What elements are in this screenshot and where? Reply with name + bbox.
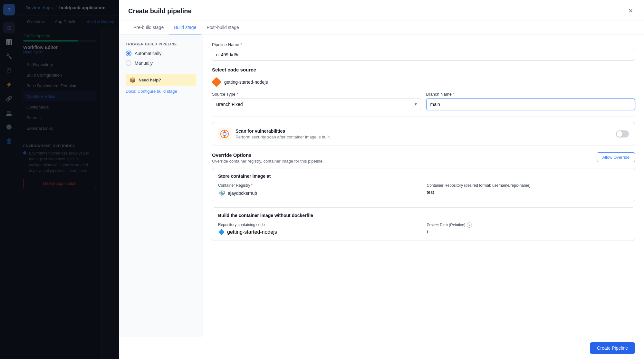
modal-body: TRIGGER BUILD PIPELINE Automatically Man…	[119, 34, 644, 337]
override-title: Override Options	[212, 152, 324, 158]
docker-icon: 🐳	[218, 190, 225, 197]
build-repo-label: Repository containing code	[218, 222, 420, 227]
build-path-col: Project Path (Relative) ℹ /	[427, 222, 629, 235]
branch-name-group: Branch Name *	[426, 92, 635, 110]
tab-build[interactable]: Build stage	[169, 21, 201, 34]
registry-name: ajaydockerhub	[228, 191, 257, 196]
radio-automatically[interactable]: Automatically	[126, 51, 196, 56]
code-source-icon	[212, 78, 221, 87]
modal-header: Create build pipeline ✕	[119, 0, 644, 21]
store-card-title: Store container image at	[218, 174, 629, 179]
scan-card: Scan for vulnerabilities Perform securit…	[212, 122, 635, 146]
pipeline-name-input[interactable]	[212, 49, 635, 61]
store-two-col: Container Registry * 🐳 ajaydockerhub Con…	[218, 183, 629, 197]
modal-footer: Create Pipeline	[119, 337, 644, 359]
registry-col: Container Registry * 🐳 ajaydockerhub	[218, 183, 420, 197]
pipeline-name-label: Pipeline Name *	[212, 42, 635, 47]
repo-value: test	[427, 190, 629, 195]
help-box: 📦 Need help?	[126, 74, 196, 86]
override-info: Override Options Override container regi…	[212, 152, 324, 164]
modal-main: Pipeline Name * Select code source getti…	[203, 34, 644, 337]
rhombus-icon	[211, 77, 221, 87]
source-type-select[interactable]: Branch Fixed Branch Regex Tag Regex	[212, 99, 421, 110]
source-type-required: *	[237, 92, 238, 97]
path-info-icon[interactable]: ℹ	[467, 222, 472, 228]
build-path-value: /	[427, 230, 629, 235]
repo-col: Container Repository (desired format: us…	[427, 183, 629, 197]
repo-col-label: Container Repository (desired format: us…	[427, 183, 629, 188]
tab-post-build[interactable]: Post-build stage	[201, 21, 244, 34]
scan-icon	[218, 128, 231, 140]
build-path-label: Project Path (Relative) ℹ	[427, 222, 629, 228]
code-source-title: Select code source	[212, 67, 635, 72]
pipeline-name-group: Pipeline Name *	[212, 42, 635, 61]
modal-tabs: Pre-build stage Build stage Post-build s…	[119, 21, 644, 34]
help-box-title: Need help?	[139, 78, 161, 82]
create-pipeline-modal: Create build pipeline ✕ Pre-build stage …	[119, 0, 644, 359]
modal-close-button[interactable]: ✕	[626, 6, 635, 15]
close-icon: ✕	[628, 7, 633, 14]
scan-info: Scan for vulnerabilities Perform securit…	[235, 128, 611, 139]
build-card-title: Build the container image without docker…	[218, 213, 629, 218]
radio-group: Automatically Manually	[126, 51, 196, 66]
code-source-group: Select code source getting-started-nodej…	[212, 67, 635, 110]
build-repo-item: 🔷 getting-started-nodejs	[218, 229, 420, 235]
registry-item: 🐳 ajaydockerhub	[218, 190, 420, 197]
build-repo-icon: 🔷	[218, 229, 225, 235]
create-pipeline-button[interactable]: Create Pipeline	[590, 342, 635, 354]
branch-name-label: Branch Name *	[426, 92, 635, 97]
radio-automatically-circle	[126, 51, 131, 56]
allow-override-button[interactable]: Allow Override	[597, 152, 635, 162]
override-header: Override Options Override container regi…	[212, 152, 635, 164]
radio-manually-circle	[126, 60, 131, 66]
override-desc: Override container registry, container i…	[212, 159, 324, 164]
source-type-select-wrapper: Branch Fixed Branch Regex Tag Regex ▼	[212, 99, 421, 110]
required-star: *	[241, 42, 242, 47]
code-source-item: getting-started-nodejs	[212, 78, 635, 87]
tab-pre-build[interactable]: Pre-build stage	[128, 21, 169, 34]
modal-title: Create build pipeline	[128, 7, 192, 15]
source-type-group: Source Type * Branch Fixed Branch Regex …	[212, 92, 421, 110]
code-source-name: getting-started-nodejs	[224, 80, 268, 85]
build-card: Build the container image without docker…	[212, 207, 635, 241]
branch-name-required: *	[453, 92, 455, 97]
store-card: Store container image at Container Regis…	[212, 168, 635, 202]
radio-automatically-label: Automatically	[135, 51, 161, 56]
registry-required: *	[251, 183, 253, 188]
scan-desc: Perform security scan after container im…	[235, 135, 611, 139]
scan-title: Scan for vulnerabilities	[235, 128, 611, 134]
build-repo-col: Repository containing code 🔷 getting-sta…	[218, 222, 420, 235]
trigger-label: TRIGGER BUILD PIPELINE	[126, 42, 196, 46]
radio-manually[interactable]: Manually	[126, 60, 196, 66]
radio-manually-label: Manually	[135, 61, 153, 66]
docs-link[interactable]: Docs: Configure build stage	[126, 89, 196, 94]
divider-1	[212, 117, 635, 117]
build-repo-name: getting-started-nodejs	[227, 229, 277, 235]
help-box-icon: 📦	[130, 77, 136, 83]
source-type-branch-row: Source Type * Branch Fixed Branch Regex …	[212, 92, 635, 110]
scan-toggle[interactable]	[616, 130, 629, 137]
source-type-label: Source Type *	[212, 92, 421, 97]
build-two-col: Repository containing code 🔷 getting-sta…	[218, 222, 629, 235]
branch-name-input[interactable]	[426, 99, 635, 110]
modal-sidebar: TRIGGER BUILD PIPELINE Automatically Man…	[119, 34, 203, 337]
registry-label: Container Registry *	[218, 183, 420, 188]
